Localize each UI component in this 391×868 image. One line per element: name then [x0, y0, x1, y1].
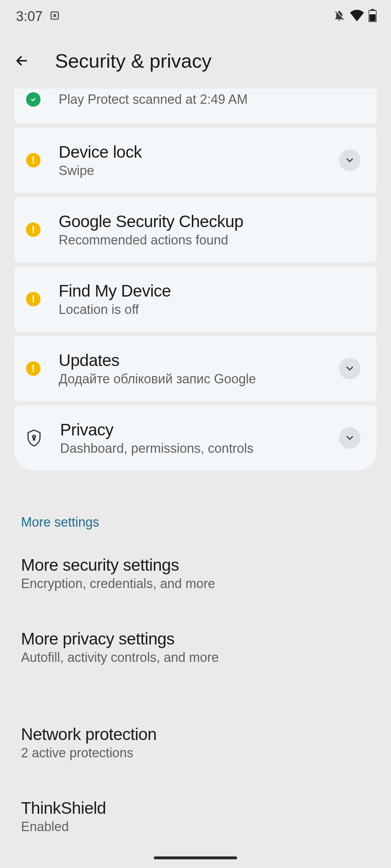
svg-rect-2 — [371, 9, 374, 11]
wifi-icon — [350, 10, 364, 23]
expand-button[interactable] — [339, 427, 361, 449]
card-text: Privacy Dashboard, permissions, controls — [60, 420, 321, 456]
navigation-handle[interactable] — [154, 856, 237, 859]
item-title: ThinkShield — [21, 798, 370, 818]
app-bar: Security & privacy — [0, 33, 391, 89]
chevron-down-icon — [344, 363, 355, 374]
battery-icon — [369, 9, 377, 24]
status-bar: 3:07 — [0, 0, 391, 33]
status-time: 3:07 — [16, 9, 43, 24]
item-subtitle: 2 active protections — [21, 745, 370, 761]
status-ok-icon — [26, 92, 41, 107]
notifications-off-icon — [333, 9, 345, 23]
card-text: Updates Додайте обліковий запис Google — [59, 350, 321, 387]
status-left: 3:07 — [16, 9, 60, 24]
card-privacy[interactable]: Privacy Dashboard, permissions, controls — [14, 405, 377, 471]
item-more-security-settings[interactable]: More security settings Encryption, crede… — [14, 536, 377, 610]
card-find-my-device[interactable]: ! Find My Device Location is off — [14, 267, 377, 332]
item-title: More privacy settings — [21, 629, 370, 648]
status-warning-icon: ! — [26, 361, 41, 376]
status-warning-icon: ! — [26, 222, 41, 237]
svg-rect-3 — [370, 14, 376, 21]
item-subtitle: Autofill, activity controls, and more — [21, 650, 370, 665]
chevron-down-icon — [344, 433, 355, 443]
card-text: Find My Device Location is off — [59, 281, 361, 317]
card-subtitle: Додайте обліковий запис Google — [59, 371, 321, 387]
card-text: Google Security Checkup Recommended acti… — [59, 212, 361, 248]
card-title: Updates — [59, 350, 321, 370]
card-subtitle: Swipe — [59, 163, 321, 178]
item-title: More security settings — [21, 555, 370, 575]
status-warning-icon: ! — [26, 153, 41, 167]
item-more-privacy-settings[interactable]: More privacy settings Autofill, activity… — [14, 610, 377, 684]
card-icon — [49, 10, 60, 22]
card-app-security[interactable]: Play Protect scanned at 2:49 AM — [14, 89, 377, 123]
card-google-security-checkup[interactable]: ! Google Security Checkup Recommended ac… — [14, 197, 377, 262]
card-text: Device lock Swipe — [59, 142, 321, 178]
card-text: Play Protect scanned at 2:49 AM — [59, 92, 361, 107]
card-subtitle: Recommended actions found — [59, 233, 361, 248]
page-title: Security & privacy — [55, 50, 211, 72]
svg-rect-5 — [33, 437, 34, 440]
item-title: Network protection — [21, 724, 370, 744]
chevron-down-icon — [344, 155, 355, 166]
item-subtitle: Encryption, credentials, and more — [21, 576, 370, 591]
card-device-lock[interactable]: ! Device lock Swipe — [14, 128, 377, 193]
expand-button[interactable] — [339, 358, 361, 379]
arrow-left-icon — [14, 53, 30, 69]
back-button[interactable] — [12, 51, 31, 70]
status-right — [333, 9, 377, 24]
card-subtitle: Play Protect scanned at 2:49 AM — [59, 92, 361, 107]
expand-button[interactable] — [339, 149, 361, 171]
item-subtitle: Enabled — [21, 819, 370, 834]
shield-icon — [26, 429, 42, 447]
item-thinkshield[interactable]: ThinkShield Enabled — [14, 779, 377, 853]
card-title: Google Security Checkup — [59, 212, 361, 231]
card-title: Device lock — [59, 142, 321, 162]
card-list: Play Protect scanned at 2:49 AM ! Device… — [14, 89, 377, 471]
section-header-more-settings: More settings — [14, 471, 377, 536]
item-network-protection[interactable]: Network protection 2 active protections — [14, 706, 377, 779]
card-subtitle: Location is off — [59, 302, 361, 317]
card-title: Find My Device — [59, 281, 361, 301]
more-settings-list: More security settings Encryption, crede… — [14, 536, 377, 853]
card-title: Privacy — [60, 420, 321, 439]
card-subtitle: Dashboard, permissions, controls — [60, 441, 321, 456]
status-warning-icon: ! — [26, 292, 41, 306]
card-updates[interactable]: ! Updates Додайте обліковий запис Google — [14, 336, 377, 401]
